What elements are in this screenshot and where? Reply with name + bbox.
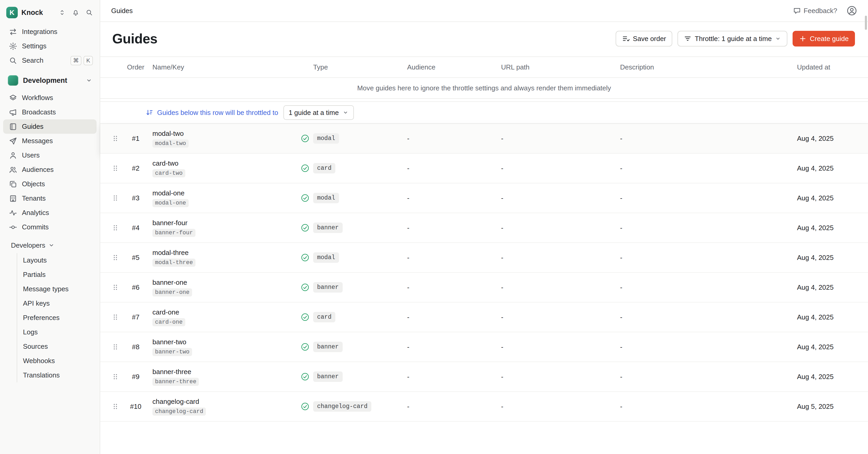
sidebar-item-integrations[interactable]: Integrations — [3, 25, 97, 39]
table-row[interactable]: #6 banner-one banner-one banner - - — [100, 273, 868, 303]
cell-audience: - — [407, 283, 501, 291]
guide-type-cell: banner — [313, 282, 407, 292]
environment-switcher[interactable]: Development — [3, 73, 97, 89]
cell-description: - — [620, 164, 797, 172]
table-row[interactable]: #9 banner-three banner-three banner - - — [100, 362, 868, 392]
drag-handle-icon[interactable] — [112, 135, 119, 142]
table-row[interactable]: #5 modal-three modal-three modal - - — [100, 243, 868, 273]
guide-type-badge: changelog-card — [313, 401, 371, 412]
table-row[interactable]: #10 changelog-card changelog-card change… — [100, 392, 868, 422]
cell-description: - — [620, 373, 797, 381]
sidebar-item-search[interactable]: Search ⌘ K — [3, 53, 97, 68]
create-guide-button[interactable]: Create guide — [793, 31, 855, 47]
developers-section-toggle[interactable]: Developers — [3, 238, 97, 252]
drag-handle-icon[interactable] — [112, 224, 119, 232]
throttle-divider-link[interactable]: Guides below this row will be throttled … — [146, 109, 278, 117]
sidebar-item-label: Users — [22, 151, 40, 159]
sidebar-item-developer[interactable]: Webhooks — [17, 354, 100, 368]
workspace-switcher-icon[interactable] — [57, 7, 67, 18]
throttle-value-select[interactable]: 1 guide at a time — [283, 105, 354, 120]
notifications-bell-icon[interactable] — [70, 7, 81, 18]
sidebar-item-users[interactable]: Users — [3, 148, 97, 163]
guide-name-cell: card-one card-one — [152, 308, 301, 326]
building-icon — [9, 194, 17, 203]
drag-handle-icon[interactable] — [112, 373, 119, 380]
drag-handle-icon[interactable] — [112, 343, 119, 351]
sidebar-item-tenants[interactable]: Tenants — [3, 191, 97, 205]
table-row[interactable]: #8 banner-two banner-two banner - - — [100, 332, 868, 362]
sidebar-item-settings[interactable]: Settings — [3, 39, 97, 53]
column-header-audience: Audience — [407, 63, 501, 71]
guide-name: modal-three — [152, 249, 189, 257]
guide-name: changelog-card — [152, 398, 199, 406]
gear-icon — [9, 42, 17, 50]
cell-audience: - — [407, 164, 501, 172]
guide-type-badge: modal — [313, 193, 339, 203]
sidebar-item-objects[interactable]: Objects — [3, 177, 97, 191]
drag-handle-icon[interactable] — [112, 164, 119, 172]
sidebar-item-label: Preferences — [23, 314, 60, 322]
sidebar-item-broadcasts[interactable]: Broadcasts — [3, 105, 97, 119]
cell-description: - — [620, 313, 797, 321]
vertical-scrollbar[interactable] — [865, 16, 867, 30]
row-order: #4 — [119, 224, 152, 232]
cell-description: - — [620, 135, 797, 143]
sidebar-item-developer[interactable]: Translations — [17, 368, 100, 382]
sidebar-item-commits[interactable]: Commits — [3, 220, 97, 234]
status-active-icon — [301, 342, 313, 351]
cell-url-path: - — [501, 313, 620, 321]
git-commit-icon — [9, 223, 17, 231]
table-row[interactable]: #4 banner-four banner-four banner - - — [100, 213, 868, 243]
search-icon[interactable] — [84, 7, 94, 18]
drag-handle-icon[interactable] — [112, 194, 119, 202]
feedback-button[interactable]: Feedback? — [793, 7, 837, 15]
table-row[interactable]: #2 card-two card-two card - - — [100, 153, 868, 183]
sidebar-item-developer[interactable]: API keys — [17, 296, 100, 311]
throttle-dropdown-button[interactable]: Throttle: 1 guide at a time — [678, 31, 787, 47]
chevron-down-icon — [775, 35, 781, 42]
sidebar-item-analytics[interactable]: Analytics — [3, 205, 97, 220]
throttle-value-label: 1 guide at a time — [289, 109, 339, 117]
drag-handle-icon[interactable] — [112, 313, 119, 321]
sidebar-item-messages[interactable]: Messages — [3, 134, 97, 148]
sidebar-item-audiences[interactable]: Audiences — [3, 163, 97, 177]
guide-name-cell: banner-three banner-three — [152, 368, 301, 386]
save-order-button[interactable]: Save order — [616, 31, 672, 47]
status-active-icon — [301, 313, 313, 321]
table-row[interactable]: #7 card-one card-one card - - — [100, 303, 868, 332]
cell-updated-at: Aug 4, 2025 — [797, 194, 868, 202]
integrations-icon — [9, 28, 17, 36]
unthrottled-drop-zone: Move guides here to ignore the throttle … — [100, 78, 868, 99]
sidebar-item-developer[interactable]: Partials — [17, 267, 100, 282]
table-row[interactable]: #3 modal-one modal-one modal - - — [100, 183, 868, 213]
sidebar-item-developer[interactable]: Preferences — [17, 311, 100, 325]
sidebar-item-workflows[interactable]: Workflows — [3, 91, 97, 105]
main-area: Guides Feedback? Guides Save order — [100, 0, 868, 454]
cell-description: - — [620, 194, 797, 202]
column-header-order: Order — [119, 63, 152, 71]
drag-handle-icon[interactable] — [112, 402, 119, 410]
throttle-divider-label: Guides below this row will be throttled … — [157, 109, 278, 117]
guide-name: banner-two — [152, 338, 186, 346]
column-header-description: Description — [620, 63, 797, 71]
drag-handle-icon[interactable] — [112, 283, 119, 291]
row-order: #10 — [119, 402, 152, 410]
drag-handle-icon[interactable] — [112, 254, 119, 261]
sidebar-item-developer[interactable]: Message types — [17, 282, 100, 296]
table-row[interactable]: #1 modal-two modal-two modal - - — [100, 124, 868, 153]
cell-audience: - — [407, 373, 501, 381]
sidebar-item-developer[interactable]: Sources — [17, 339, 100, 354]
guide-type-cell: banner — [313, 371, 407, 382]
guide-type-cell: card — [313, 312, 407, 322]
guide-type-cell: card — [313, 163, 407, 173]
row-order: #3 — [119, 194, 152, 202]
topbar: Guides Feedback? — [100, 0, 868, 22]
app-root: K Knock Integrations — [0, 0, 868, 454]
sidebar-item-guides[interactable]: Guides — [3, 119, 97, 134]
throttle-divider-row: Guides below this row will be throttled … — [100, 101, 868, 124]
row-order: #5 — [119, 254, 152, 262]
sidebar-item-developer[interactable]: Logs — [17, 325, 100, 339]
avatar[interactable] — [846, 5, 857, 16]
sidebar-item-developer[interactable]: Layouts — [17, 253, 100, 267]
guide-name-cell: banner-one banner-one — [152, 279, 301, 296]
